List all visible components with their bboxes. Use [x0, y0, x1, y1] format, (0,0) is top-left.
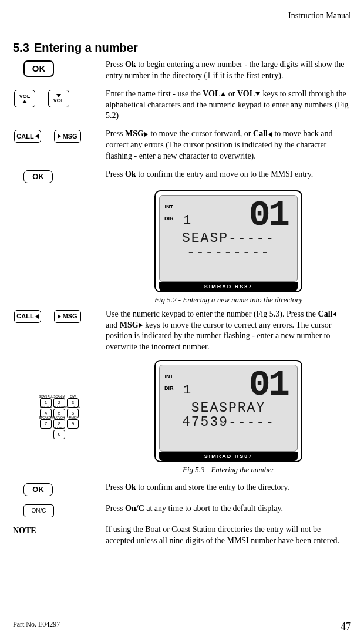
- triangle-left-icon: [35, 314, 39, 319]
- paragraph-4: Press Ok to confirm the entry and move o…: [106, 169, 351, 180]
- paragraph-7: Press On/C at any time to abort to the d…: [106, 503, 351, 514]
- call-button-icon: CALL: [14, 130, 41, 143]
- paragraph-6: Press Ok to confirm and store the entry …: [106, 482, 351, 493]
- vol-up-button-icon: VOL: [14, 90, 35, 107]
- onc-button-icon: ON/C: [23, 504, 54, 517]
- section-title: Entering a number: [34, 41, 138, 54]
- paragraph-1: Press Ok to begin entering a new number …: [106, 59, 351, 82]
- triangle-down-icon: [255, 92, 260, 96]
- section-number: 5.3: [13, 40, 34, 56]
- paragraph-5: Use the numeric keypad to enter the numb…: [106, 309, 351, 354]
- lcd-brand-label: SIMRAD RS87: [159, 452, 298, 461]
- call-button-icon: CALL: [14, 310, 41, 323]
- figure-5-3: INT DIR 1 01 SEASPRAY 47539----- SIMRAD …: [106, 360, 351, 475]
- ok-button-icon: OK: [23, 60, 54, 77]
- triangle-up-icon: [22, 100, 27, 103]
- figure-caption: Fig 5.3 - Entering the number: [106, 464, 351, 475]
- paragraph-2: Enter the name first - use the VOL or VO…: [106, 89, 351, 122]
- note-label: NOTE: [13, 526, 36, 537]
- triangle-left-icon: [35, 134, 39, 139]
- lcd-number-line: ---------: [164, 245, 292, 260]
- triangle-right-icon: [139, 323, 143, 328]
- msg-button-icon: MSG: [54, 310, 81, 323]
- part-number: Part No. E04297: [13, 620, 60, 634]
- lcd-number-line: 47539-----: [164, 415, 292, 429]
- triangle-left-icon: [333, 312, 336, 317]
- triangle-right-icon: [144, 132, 148, 137]
- triangle-right-icon: [58, 134, 61, 139]
- paragraph-3: Press MSG to move the cursor forward, or…: [106, 129, 351, 162]
- note-text: If using the Boat or Coast Station direc…: [106, 524, 351, 547]
- msg-button-icon: MSG: [54, 130, 81, 143]
- figure-5-2: INT DIR 1 01 SEASP----- --------- SIMRAD…: [106, 190, 351, 305]
- triangle-left-icon: [268, 132, 272, 137]
- figure-caption: Fig 5.2 - Entering a new name into the d…: [106, 295, 351, 305]
- numeric-keypad-icon: SCAN ALL1 SCAN M2 D/W3 NAV/AFF4 HAILOWL5…: [40, 398, 79, 440]
- lcd-brand-label: SIMRAD RS87: [159, 282, 298, 291]
- page-footer: Part No. E04297 47: [13, 617, 351, 634]
- page-header: Instruction Manual: [13, 11, 351, 23]
- triangle-down-icon: [56, 94, 61, 97]
- triangle-right-icon: [58, 314, 61, 319]
- lcd-name-line: SEASP-----: [164, 231, 292, 245]
- section-heading: 5.3Entering a number: [13, 40, 351, 56]
- header-title: Instruction Manual: [288, 11, 351, 20]
- vol-down-button-icon: VOL: [48, 90, 69, 107]
- triangle-up-icon: [221, 92, 225, 96]
- page-number: 47: [341, 620, 351, 634]
- ok-button-icon: OK: [23, 170, 53, 183]
- ok-button-icon: OK: [23, 483, 53, 496]
